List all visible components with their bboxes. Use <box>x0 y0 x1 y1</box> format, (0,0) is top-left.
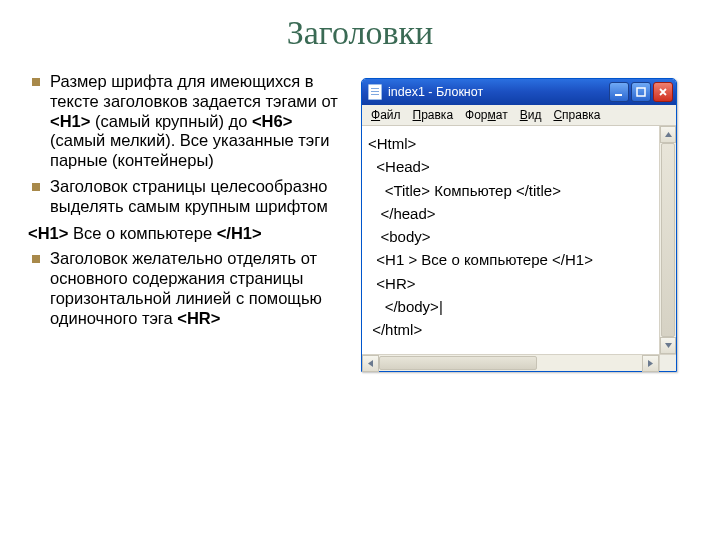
menubar: Файл Правка Формат Вид Справка <box>362 105 676 126</box>
illustration-column: index1 - Блокнот Файл Правка Формат <box>355 72 710 372</box>
tag-h1: <H1> <box>50 112 90 130</box>
scroll-left-button[interactable] <box>362 355 379 372</box>
scroll-down-button[interactable] <box>660 337 676 354</box>
content-pane: Размер шрифта для имеющихся в тексте заг… <box>0 62 720 372</box>
text: равка <box>421 108 453 122</box>
scroll-thumb[interactable] <box>379 356 537 370</box>
text: (самый мелкий). Все указанные тэги парны… <box>50 131 329 169</box>
tag-h1-open: <H1> <box>28 224 68 242</box>
scroll-track[interactable] <box>379 355 642 371</box>
minimize-button[interactable] <box>609 82 629 102</box>
scroll-right-button[interactable] <box>642 355 659 372</box>
vertical-scrollbar[interactable] <box>659 126 676 354</box>
resize-grip[interactable] <box>659 355 676 371</box>
menu-help[interactable]: Справка <box>548 107 605 123</box>
menu-view[interactable]: Вид <box>515 107 547 123</box>
editor-wrap: <Html> <Head> <Title> Компьютер </title>… <box>362 126 676 354</box>
menu-file[interactable]: Файл <box>366 107 406 123</box>
list-item: Размер шрифта для имеющихся в тексте заг… <box>28 72 347 171</box>
text: ат <box>496 108 508 122</box>
menu-edit[interactable]: Правка <box>408 107 459 123</box>
minimize-icon <box>614 87 624 97</box>
window-title: index1 - Блокнот <box>388 85 609 99</box>
text: Все о компьютере <box>68 224 216 242</box>
maximize-icon <box>636 87 646 97</box>
svg-rect-1 <box>637 88 645 96</box>
text: Размер шрифта для имеющихся в тексте заг… <box>50 72 338 110</box>
scroll-track[interactable] <box>660 143 676 337</box>
text: (самый крупный) до <box>90 112 252 130</box>
titlebar[interactable]: index1 - Блокнот <box>362 79 676 105</box>
close-icon <box>658 87 668 97</box>
document-icon <box>368 84 382 100</box>
window-buttons <box>609 82 673 102</box>
svg-rect-0 <box>615 94 622 96</box>
list-item: Заголовок желательно отделять от основно… <box>28 249 347 328</box>
menu-format[interactable]: Формат <box>460 107 513 123</box>
editor-area[interactable]: <Html> <Head> <Title> Компьютер </title>… <box>362 126 659 354</box>
tag-hr: <HR> <box>177 309 220 327</box>
mnemonic: П <box>413 108 422 122</box>
chevron-down-icon <box>664 341 673 350</box>
scroll-thumb[interactable] <box>661 143 675 337</box>
text: правка <box>562 108 600 122</box>
maximize-button[interactable] <box>631 82 651 102</box>
close-button[interactable] <box>653 82 673 102</box>
page-title: Заголовки <box>0 0 720 62</box>
mnemonic: С <box>553 108 562 122</box>
chevron-up-icon <box>664 130 673 139</box>
notepad-window: index1 - Блокнот Файл Правка Формат <box>361 78 677 372</box>
text: айл <box>380 108 400 122</box>
chevron-right-icon <box>646 359 655 368</box>
text: Фор <box>465 108 487 122</box>
code-example: <H1> Все о компьютере </H1> <box>28 223 347 244</box>
text-column: Размер шрифта для имеющихся в тексте заг… <box>10 72 355 372</box>
bullet-list: Размер шрифта для имеющихся в тексте заг… <box>28 72 347 217</box>
tag-h6: <H6> <box>252 112 292 130</box>
mnemonic: Ф <box>371 108 380 122</box>
scroll-up-button[interactable] <box>660 126 676 143</box>
tag-h1-close: </H1> <box>217 224 262 242</box>
horizontal-scrollbar[interactable] <box>362 354 676 371</box>
mnemonic: м <box>488 108 496 122</box>
chevron-left-icon <box>366 359 375 368</box>
bullet-list: Заголовок желательно отделять от основно… <box>28 249 347 328</box>
mnemonic: В <box>520 108 528 122</box>
list-item: Заголовок страницы целесообразно выделят… <box>28 177 347 217</box>
text: Заголовок страницы целесообразно выделят… <box>50 177 328 215</box>
text: ид <box>528 108 542 122</box>
